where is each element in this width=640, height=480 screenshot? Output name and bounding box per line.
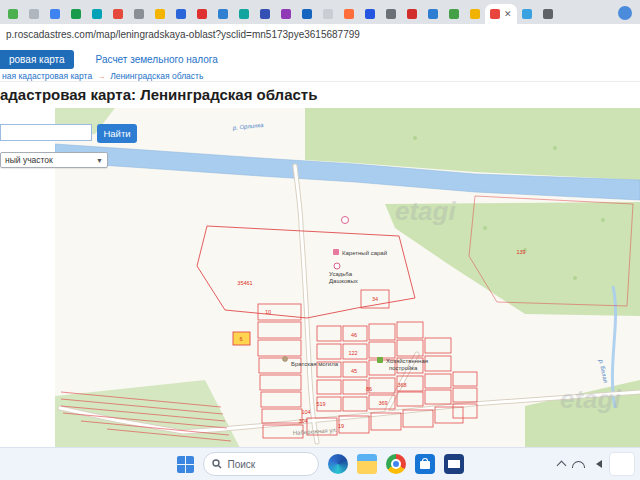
browser-tab[interactable] — [191, 4, 212, 24]
top-nav: ровая карта Расчет земельного налога — [0, 50, 218, 69]
mail-icon[interactable] — [444, 454, 464, 474]
tab-favicon-icon — [155, 9, 165, 19]
map-label: постройка — [389, 365, 418, 371]
tab-favicon-icon — [8, 9, 18, 19]
browser-tab[interactable] — [464, 4, 485, 24]
browser-tab[interactable] — [44, 4, 65, 24]
browser-tab[interactable] — [233, 4, 254, 24]
map-label: Хозяйственная — [386, 358, 428, 364]
parcel-number[interactable]: 86 — [366, 386, 372, 392]
tab-favicon-icon — [490, 9, 500, 19]
war-memorial-icon[interactable] — [283, 357, 288, 362]
map-label: Дашковых — [329, 278, 358, 284]
tab-favicon-icon — [344, 9, 354, 19]
taskbar-search[interactable]: Поиск — [203, 452, 319, 476]
browser-tab[interactable] — [538, 4, 559, 24]
breadcrumb-root[interactable]: ная кадастровая карта — [2, 71, 92, 81]
wifi-icon[interactable] — [572, 461, 585, 468]
browser-tab[interactable] — [359, 4, 380, 24]
chevron-down-icon: ▼ — [96, 157, 103, 164]
explorer-icon[interactable] — [357, 454, 377, 474]
parcel-number[interactable]: 368 — [397, 382, 406, 388]
profile-avatar[interactable] — [618, 6, 632, 20]
browser-tab[interactable] — [317, 4, 338, 24]
tray-flyout[interactable] — [609, 452, 635, 476]
tab-favicon-icon — [428, 9, 438, 19]
parcel-number[interactable]: 6 — [239, 336, 242, 342]
tab-favicon-icon — [176, 9, 186, 19]
browser-tab[interactable]: ✕ — [485, 4, 517, 24]
browser-tab[interactable] — [149, 4, 170, 24]
find-button[interactable]: Найти — [97, 124, 137, 143]
start-button[interactable] — [177, 456, 194, 473]
poi-circle-icon[interactable] — [342, 217, 349, 224]
tab-favicon-icon — [543, 9, 553, 19]
search-icon — [212, 459, 222, 469]
tab-favicon-icon — [50, 9, 60, 19]
map-label: Братская могила — [291, 361, 339, 367]
cadastral-map[interactable]: etagi etagi р. Орлинкар. БелаяКаретный с… — [55, 108, 640, 448]
browser-tab[interactable] — [338, 4, 359, 24]
parcel-number[interactable]: 122 — [348, 350, 357, 356]
parcel-number[interactable]: 46 — [351, 332, 357, 338]
parcel-number[interactable]: 35461 — [237, 280, 252, 286]
parcel-number[interactable]: 519 — [316, 401, 325, 407]
volume-icon[interactable] — [592, 460, 602, 468]
browser-tab[interactable] — [275, 4, 296, 24]
chevron-up-icon[interactable] — [557, 461, 567, 471]
breadcrumb-current: Ленинградская область — [110, 71, 203, 81]
browser-tab[interactable] — [86, 4, 107, 24]
url-text[interactable]: p.roscadastres.com/map/leningradskaya-ob… — [6, 29, 360, 40]
estate-marker-icon[interactable] — [334, 263, 340, 269]
tab-favicon-icon — [281, 9, 291, 19]
taskbar-search-label: Поиск — [228, 459, 256, 470]
parcel-number[interactable]: 19 — [338, 423, 344, 429]
browser-tab[interactable] — [2, 4, 23, 24]
tab-favicon-icon — [260, 9, 270, 19]
browser-tab[interactable] — [443, 4, 464, 24]
browser-tab[interactable] — [65, 4, 86, 24]
outbuilding-icon[interactable] — [377, 357, 383, 363]
page-title: адастровая карта: Ленинградская область — [0, 86, 317, 103]
address-bar[interactable]: p.roscadastres.com/map/leningradskaya-ob… — [0, 24, 640, 46]
browser-tab[interactable] — [107, 4, 128, 24]
tab-favicon-icon — [71, 9, 81, 19]
land-tax-link[interactable]: Расчет земельного налога — [96, 54, 218, 65]
browser-tab[interactable] — [422, 4, 443, 24]
browser-tab[interactable] — [296, 4, 317, 24]
parcel-number[interactable]: 10 — [265, 309, 271, 315]
edge-icon[interactable] — [328, 454, 348, 474]
object-type-value: ный участок — [5, 155, 53, 165]
chrome-icon[interactable] — [386, 454, 406, 474]
browser-tab[interactable] — [128, 4, 149, 24]
browser-tab[interactable] — [170, 4, 191, 24]
breadcrumb: ная кадастровая карта → Ленинградская об… — [2, 71, 203, 81]
parcel-number[interactable]: 139 — [516, 249, 525, 255]
browser-tab[interactable] — [401, 4, 422, 24]
browser-tab[interactable] — [380, 4, 401, 24]
screen: ✕ p.roscadastres.com/map/leningradskaya-… — [0, 0, 640, 480]
browser-tab[interactable] — [212, 4, 233, 24]
cadastral-map-button[interactable]: ровая карта — [0, 50, 74, 69]
tab-close-icon[interactable]: ✕ — [504, 10, 512, 19]
tab-favicon-icon — [365, 9, 375, 19]
search-input[interactable] — [0, 124, 92, 141]
browser-tab[interactable] — [517, 4, 538, 24]
parcel-number[interactable]: 45 — [351, 368, 357, 374]
parcel-number[interactable]: 104 — [301, 409, 310, 415]
tab-favicon-icon — [449, 9, 459, 19]
store-icon[interactable] — [415, 454, 435, 474]
carriage-shed-icon[interactable] — [333, 249, 339, 255]
browser-tab[interactable] — [23, 4, 44, 24]
browser-tab[interactable] — [254, 4, 275, 24]
tab-favicon-icon — [470, 9, 480, 19]
parcel-number[interactable]: 304 — [298, 418, 307, 424]
tab-favicon-icon — [302, 9, 312, 19]
parcel-number[interactable]: 369 — [378, 400, 387, 406]
tab-favicon-icon — [134, 9, 144, 19]
page: ровая карта Расчет земельного налога ная… — [0, 45, 640, 448]
object-type-select[interactable]: ный участок ▼ — [0, 152, 108, 168]
divider — [0, 81, 640, 82]
parcel-number[interactable]: 34 — [372, 296, 378, 302]
browser-tab-strip[interactable]: ✕ — [0, 0, 640, 24]
